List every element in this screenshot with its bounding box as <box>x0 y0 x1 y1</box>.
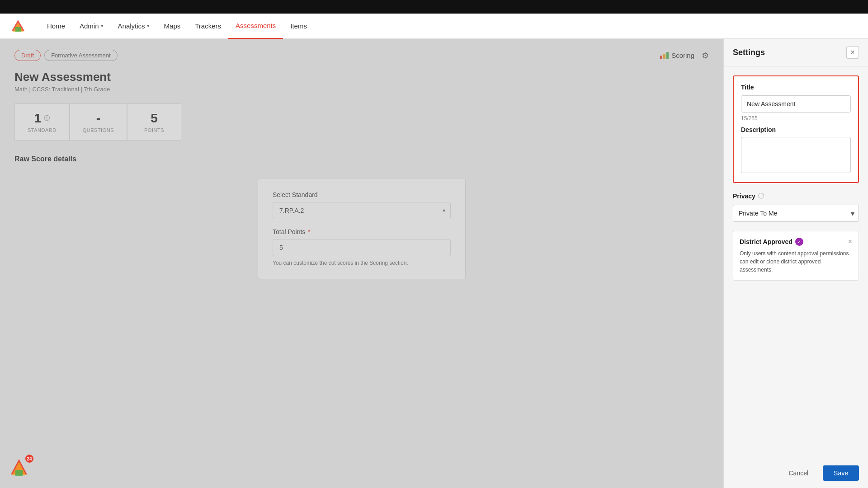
settings-description-label: Description <box>741 126 851 133</box>
scoring-button[interactable]: Scoring <box>660 52 694 59</box>
privacy-select-wrapper: Private To Me School District ▾ <box>733 205 859 222</box>
nav-home[interactable]: Home <box>40 14 72 39</box>
district-approved-title: District Approved <box>740 238 793 245</box>
total-points-input[interactable] <box>273 239 451 256</box>
draft-badge[interactable]: Draft <box>14 50 41 61</box>
select-standard-label: Select Standard <box>273 191 451 198</box>
nav-maps[interactable]: Maps <box>157 14 188 39</box>
standard-select-wrapper: 7.RP.A.2 ▾ <box>273 202 451 219</box>
navbar: Home Admin ▾ Analytics ▾ Maps Trackers A… <box>0 14 868 39</box>
privacy-select[interactable]: Private To Me School District <box>733 205 859 222</box>
nav-admin[interactable]: Admin ▾ <box>72 14 111 39</box>
content-area: Draft Formative Assessment Scoring ⚙ New… <box>0 39 723 488</box>
privacy-info-icon[interactable]: ⓘ <box>758 192 764 200</box>
district-header: District Approved ✓ × <box>740 238 852 246</box>
stat-standard: 1 ⓘ STANDARD <box>14 103 70 141</box>
nav-trackers[interactable]: Trackers <box>188 14 228 39</box>
settings-privacy-section: Privacy ⓘ Private To Me School District … <box>733 192 859 222</box>
stats-row: 1 ⓘ STANDARD - QUESTIONS 5 POINTS <box>14 103 709 141</box>
cancel-button[interactable]: Cancel <box>779 465 817 481</box>
stat-points: 5 POINTS <box>127 103 181 141</box>
settings-title-section: Title 15/255 Description <box>733 75 859 183</box>
char-count: 15/255 <box>741 115 851 122</box>
app-logo-icon <box>11 19 25 33</box>
settings-close-button[interactable]: × <box>846 46 859 59</box>
bar3 <box>666 52 669 59</box>
settings-footer: Cancel Save <box>724 458 868 488</box>
nav-links: Home Admin ▾ Analytics ▾ Maps Trackers A… <box>40 14 857 39</box>
svg-rect-5 <box>15 470 23 476</box>
settings-description-textarea[interactable] <box>741 137 851 173</box>
standard-card: Select Standard 7.RP.A.2 ▾ Total Points … <box>258 178 466 279</box>
raw-score-section: Raw Score details Select Standard 7.RP.A… <box>14 155 709 279</box>
hint-text: You can customize the cut scores in the … <box>273 260 451 266</box>
stat-questions: - QUESTIONS <box>70 103 127 141</box>
total-points-label: Total Points * <box>273 228 451 235</box>
logo-stack: 24 <box>9 457 31 479</box>
main-wrapper: Draft Formative Assessment Scoring ⚙ New… <box>0 39 868 488</box>
district-approved-check-icon: ✓ <box>795 238 803 246</box>
bar2 <box>663 54 665 59</box>
header-actions: Scoring ⚙ <box>660 51 709 61</box>
analytics-chevron-icon: ▾ <box>147 23 150 29</box>
badge-row: Draft Formative Assessment <box>14 50 118 61</box>
bar1 <box>660 56 662 59</box>
assessment-subtitle: Math | CCSS: Traditional | 7th Grade <box>14 86 709 93</box>
settings-panel: Settings × Title 15/255 Description Priv… <box>723 39 868 488</box>
notification-badge: 24 <box>25 455 33 463</box>
raw-score-title: Raw Score details <box>14 155 709 167</box>
settings-title-input[interactable] <box>741 95 851 113</box>
district-close-icon[interactable]: × <box>848 238 852 246</box>
svg-rect-2 <box>15 27 21 32</box>
settings-header: Settings × <box>724 39 868 66</box>
nav-assessments[interactable]: Assessments <box>228 14 283 39</box>
standard-select[interactable]: 7.RP.A.2 <box>273 202 451 219</box>
settings-panel-title: Settings <box>733 48 765 57</box>
settings-body: Title 15/255 Description Privacy ⓘ Priva… <box>724 66 868 458</box>
top-bar <box>0 0 868 14</box>
settings-title-label: Title <box>741 84 851 91</box>
nav-logo[interactable] <box>11 19 25 33</box>
admin-chevron-icon: ▾ <box>101 23 104 29</box>
assessment-title-section: New Assessment Math | CCSS: Traditional … <box>14 70 709 93</box>
bottom-logo[interactable]: 24 <box>9 457 31 479</box>
formative-badge[interactable]: Formative Assessment <box>44 50 118 61</box>
save-button[interactable]: Save <box>823 465 859 481</box>
standard-info-icon[interactable]: ⓘ <box>44 114 50 122</box>
privacy-label: Privacy <box>733 192 755 200</box>
nav-analytics[interactable]: Analytics ▾ <box>111 14 157 39</box>
district-approved-section: District Approved ✓ × Only users with co… <box>733 231 859 281</box>
assessment-main-title: New Assessment <box>14 70 709 84</box>
nav-items[interactable]: Items <box>283 14 314 39</box>
gear-icon[interactable]: ⚙ <box>702 51 709 61</box>
page-header: Draft Formative Assessment Scoring ⚙ <box>14 50 709 61</box>
district-approved-text: Only users with content approval permiss… <box>740 249 852 274</box>
required-asterisk: * <box>308 228 310 235</box>
scoring-bars-icon <box>660 52 669 59</box>
